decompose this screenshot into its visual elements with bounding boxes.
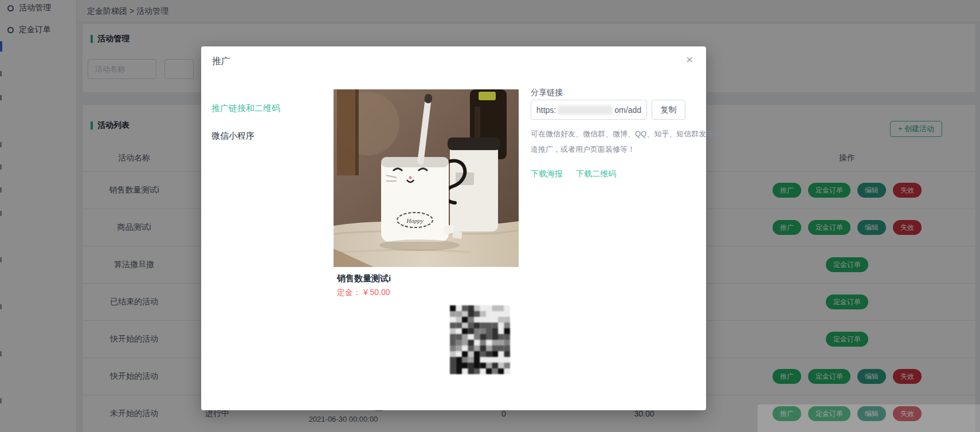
share-link-input[interactable]: https: om/add [531,100,647,120]
share-link-label: 分享链接 [531,88,563,98]
tab-promo-link-qrcode[interactable]: 推广链接和二维码 [211,103,280,114]
tab-wechat-miniprogram[interactable]: 微信小程序 [211,131,254,142]
close-icon[interactable]: × [686,53,693,65]
modal-title: 推广 [212,56,230,68]
download-qrcode-link[interactable]: 下载二维码 [576,169,616,179]
app-root: 活动管理 定金订单 定金阶梯团 > 活动管理 活动管理 活动列表 + 创建活动 … [0,0,980,432]
product-deposit-price: 定金： ¥ 50.00 [337,288,390,298]
download-links: 下载海报 下载二维码 [531,169,616,179]
product-photo: Happy [334,89,519,267]
redacted-link-segment [558,105,613,115]
copy-button[interactable]: 复制 [652,100,685,120]
qr-code [450,305,510,374]
share-tip-text: 可在微信好友、微信群、微博、QQ、知乎、短信群发等渠道推广，或者用户页面装修等！ [531,126,722,157]
svg-text:Happy: Happy [406,217,423,224]
product-name: 销售数量测试i [337,273,391,284]
promotion-modal: 推广 × 推广链接和二维码 微信小程序 [201,46,706,410]
download-poster-link[interactable]: 下载海报 [531,169,563,179]
